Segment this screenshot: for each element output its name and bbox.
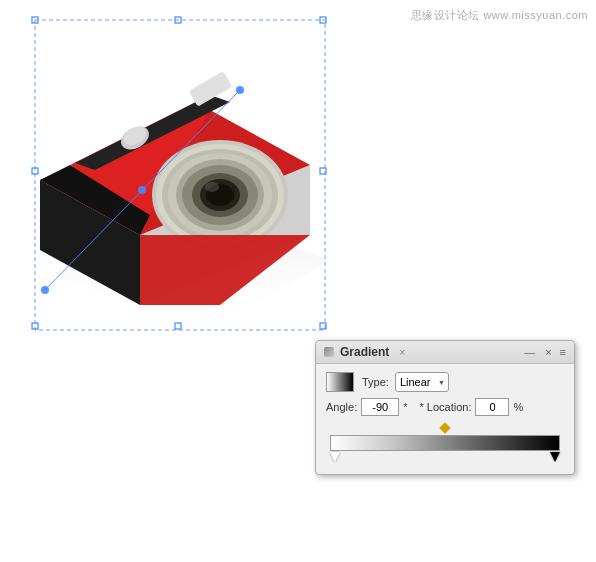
camera-illustration <box>20 20 360 340</box>
panel-minimize[interactable]: — <box>522 346 537 358</box>
gradient-slider-area <box>326 422 564 466</box>
gradient-panel: Gradient × — × ≡ Type: Linear Radial Ang… <box>315 340 575 475</box>
panel-title: Gradient <box>340 345 389 359</box>
panel-controls: — × ≡ <box>522 346 566 358</box>
camera-svg <box>20 20 360 340</box>
type-select[interactable]: Linear Radial <box>395 372 449 392</box>
percent-label: % <box>513 401 523 413</box>
degree-symbol: * <box>403 401 407 413</box>
panel-close-button[interactable]: × <box>543 346 553 358</box>
angle-label: Angle: <box>326 401 357 413</box>
type-label: Type: <box>362 376 389 388</box>
gradient-stop-left[interactable] <box>330 452 340 462</box>
panel-body: Type: Linear Radial Angle: * * Location:… <box>316 364 574 474</box>
watermark: 思缘设计论坛 www.missyuan.com <box>411 8 588 23</box>
gradient-bar[interactable] <box>330 435 560 451</box>
panel-title-left: Gradient × <box>324 345 405 359</box>
angle-input[interactable] <box>361 398 399 416</box>
gradient-panel-icon <box>324 347 334 357</box>
type-select-wrapper: Linear Radial <box>395 372 449 392</box>
svg-point-19 <box>205 182 219 192</box>
angle-location-row: Angle: * * Location: % <box>326 398 564 416</box>
gradient-stop-right[interactable] <box>550 452 560 462</box>
panel-tab-close[interactable]: × <box>399 347 405 358</box>
type-row: Type: Linear Radial <box>326 372 564 392</box>
gradient-preview-swatch[interactable] <box>326 372 354 392</box>
midpoint-diamond[interactable] <box>439 422 450 433</box>
location-input[interactable] <box>475 398 509 416</box>
panel-titlebar: Gradient × — × ≡ <box>316 341 574 364</box>
location-label: * Location: <box>419 401 471 413</box>
panel-menu-button[interactable]: ≡ <box>560 346 566 358</box>
